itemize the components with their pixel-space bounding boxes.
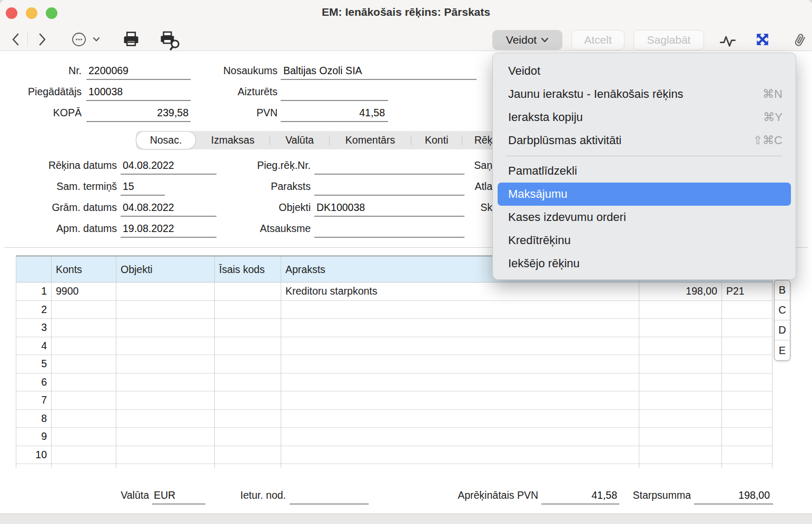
print-preview-button[interactable]: [159, 31, 181, 51]
cell-summa[interactable]: [639, 355, 722, 374]
flip-tab-d[interactable]: D: [775, 320, 790, 340]
cell-konts[interactable]: 9900: [52, 283, 116, 301]
cell-konts[interactable]: [52, 428, 116, 446]
cell-objekti[interactable]: [116, 374, 215, 392]
row-number[interactable]: 1: [16, 283, 52, 301]
cell-pvn-kods[interactable]: [722, 355, 773, 374]
cell-apraksts[interactable]: [281, 337, 639, 356]
menu-item-kases-orderi[interactable]: Kases izdevumu orderi: [493, 206, 796, 229]
row-number[interactable]: 11: [16, 464, 52, 468]
flip-tab-b[interactable]: B: [775, 280, 790, 300]
cell-isais-kods[interactable]: [215, 410, 281, 428]
trans-date-field[interactable]: 04.08.2022: [123, 200, 215, 215]
menu-item-kreditrekinu[interactable]: Kredītrēķinu: [493, 229, 796, 252]
row-number[interactable]: 7: [16, 391, 52, 410]
flip-tab-c[interactable]: C: [775, 300, 790, 320]
cell-konts[interactable]: [52, 301, 116, 319]
supp-invoice-no-field[interactable]: [316, 158, 463, 173]
cell-objekti[interactable]: [116, 446, 215, 465]
cell-apraksts[interactable]: [281, 301, 639, 319]
cell-objekti[interactable]: [116, 464, 215, 468]
header-objekti[interactable]: Objekti: [116, 257, 215, 283]
cell-konts[interactable]: [52, 337, 116, 356]
print-button[interactable]: [122, 31, 140, 48]
cell-summa[interactable]: [639, 428, 722, 446]
cell-summa[interactable]: [639, 391, 722, 410]
cell-apraksts[interactable]: [281, 446, 639, 465]
tab-izmaksas[interactable]: Izmaksas: [196, 131, 270, 149]
cell-apraksts[interactable]: [281, 410, 639, 428]
header-isais-kods[interactable]: Īsais kods: [215, 257, 281, 283]
cell-summa[interactable]: [639, 301, 722, 319]
cell-pvn-kods[interactable]: [722, 301, 773, 319]
cell-pvn-kods[interactable]: P21: [722, 283, 773, 301]
vat-field[interactable]: 41,58: [281, 105, 385, 120]
cell-apraksts[interactable]: [281, 319, 639, 337]
cell-isais-kods[interactable]: [215, 355, 281, 374]
activity-button[interactable]: [719, 33, 736, 47]
expand-button[interactable]: [755, 32, 770, 47]
withhold-field[interactable]: [292, 488, 367, 502]
cell-isais-kods[interactable]: [215, 446, 281, 465]
name-field[interactable]: Baltijas Ozoli SIA: [283, 63, 473, 78]
menu-item-workflow-activity[interactable]: Darbplūsmas aktivitāti ⇧⌘C: [493, 129, 796, 152]
cell-isais-kods[interactable]: [215, 391, 281, 410]
cell-objekti[interactable]: [116, 428, 215, 446]
cell-summa[interactable]: [639, 319, 722, 337]
held-field[interactable]: [283, 84, 386, 99]
row-number[interactable]: 10: [16, 446, 52, 465]
supplier-field[interactable]: 100038: [88, 84, 189, 99]
create-button[interactable]: Veidot: [492, 30, 562, 50]
cell-apraksts[interactable]: [281, 391, 639, 410]
cell-isais-kods[interactable]: [215, 319, 281, 337]
cell-objekti[interactable]: [116, 410, 215, 428]
cell-pvn-kods[interactable]: [722, 428, 773, 446]
pay-date-field[interactable]: 19.08.2022: [123, 221, 215, 236]
row-number[interactable]: 8: [16, 410, 52, 428]
cell-konts[interactable]: [52, 391, 116, 410]
objects-field[interactable]: DK100038: [316, 200, 463, 215]
cell-summa[interactable]: [639, 374, 722, 392]
cell-isais-kods[interactable]: [215, 283, 281, 301]
cell-isais-kods[interactable]: [215, 428, 281, 446]
cell-pvn-kods[interactable]: [722, 337, 773, 356]
flip-tab-e[interactable]: E: [775, 340, 790, 360]
invoice-date-field[interactable]: 04.08.2022: [123, 158, 215, 173]
attachment-button[interactable]: [792, 32, 808, 48]
tab-valuta[interactable]: Valūta: [270, 131, 329, 149]
cell-isais-kods[interactable]: [215, 464, 281, 468]
cell-konts[interactable]: [52, 374, 116, 392]
row-number[interactable]: 6: [16, 374, 52, 392]
cell-konts[interactable]: [52, 464, 116, 468]
tab-nosac[interactable]: Nosac.: [136, 131, 196, 149]
cell-apraksts[interactable]: [281, 374, 639, 392]
back-button[interactable]: [9, 32, 22, 47]
cell-objekti[interactable]: [116, 391, 215, 410]
cell-isais-kods[interactable]: [215, 301, 281, 319]
cell-summa[interactable]: 198,00: [639, 283, 722, 301]
total-field[interactable]: 239,58: [86, 105, 189, 120]
signature-field[interactable]: [316, 179, 463, 194]
cell-summa[interactable]: [639, 446, 722, 465]
cell-summa[interactable]: [639, 464, 722, 468]
cell-isais-kods[interactable]: [215, 374, 281, 392]
cell-pvn-kods[interactable]: [722, 464, 773, 468]
cell-objekti[interactable]: [116, 301, 215, 319]
cell-pvn-kods[interactable]: [722, 319, 773, 337]
row-number[interactable]: 4: [16, 337, 52, 356]
pay-terms-field[interactable]: 15: [123, 179, 164, 194]
cell-konts[interactable]: [52, 319, 116, 337]
cell-konts[interactable]: [52, 410, 116, 428]
cell-objekti[interactable]: [116, 283, 215, 301]
forward-button[interactable]: [36, 32, 48, 47]
cell-pvn-kods[interactable]: [722, 391, 773, 410]
row-number[interactable]: 2: [16, 301, 52, 319]
row-number[interactable]: 3: [16, 319, 52, 337]
cell-summa[interactable]: [639, 410, 722, 428]
currency-field[interactable]: EUR: [154, 488, 204, 502]
tab-konti[interactable]: Konti: [411, 131, 462, 149]
tab-komentars[interactable]: Komentārs: [330, 131, 411, 149]
cell-objekti[interactable]: [116, 355, 215, 374]
cell-konts[interactable]: [52, 446, 116, 465]
cell-pvn-kods[interactable]: [722, 410, 773, 428]
